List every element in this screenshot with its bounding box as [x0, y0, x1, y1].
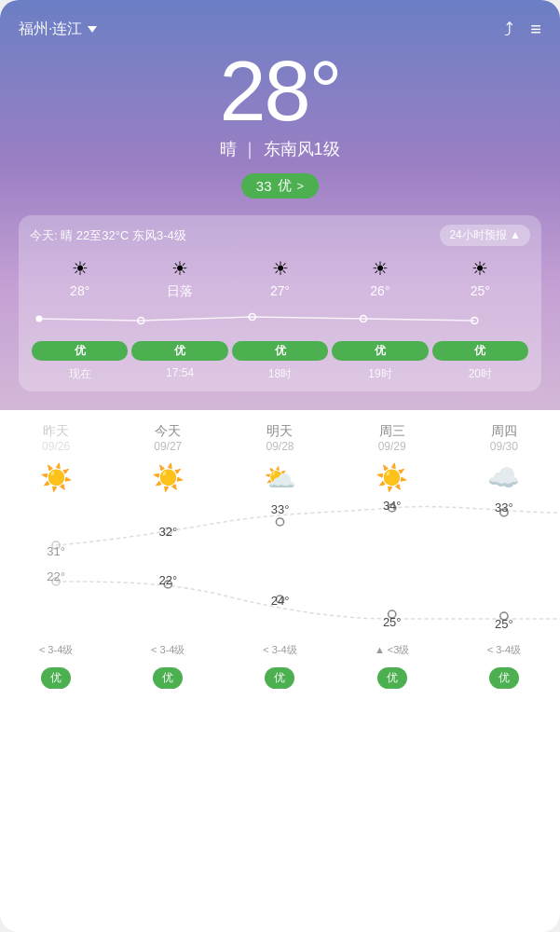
- weekly-aqi-row: 优 优 优 优 优: [0, 664, 560, 700]
- wind-1: < 3-4级: [112, 637, 224, 664]
- low-val-4: 25°: [448, 568, 560, 633]
- day-date-1: 09/27: [114, 440, 222, 453]
- high-val-3: 34°: [336, 499, 448, 564]
- hour-icon-2: ☀: [272, 257, 289, 280]
- high-temp-values: 31° 32° 33° 34° 33°: [0, 499, 560, 564]
- hour-item-4: ☀ 25°: [430, 257, 530, 298]
- hour-temp-0: 28°: [70, 283, 89, 298]
- aqi-3: 优: [336, 664, 448, 700]
- hour-temp-1: 日落: [167, 283, 193, 300]
- time-label-0: 现在: [30, 366, 130, 382]
- week-day-3: 周三 09/29: [336, 410, 448, 457]
- hour-icon-0: ☀: [72, 257, 89, 280]
- aqi-4: 优: [448, 664, 560, 700]
- hourly-curve-svg: [30, 306, 530, 334]
- day-date-0: 09/26: [2, 440, 110, 453]
- day-date-3: 09/29: [338, 440, 446, 453]
- weekly-wind-row: < 3-4级 < 3-4级 < 3-4级 ▲ <3级 < 3-4级: [0, 637, 560, 664]
- hour-item-1: ☀ 日落: [130, 257, 229, 300]
- menu-icon[interactable]: ≡: [530, 19, 541, 40]
- weekly-high-row: 31° 32° 33° 34° 33°: [0, 499, 560, 568]
- wind-2: < 3-4级: [224, 637, 335, 664]
- high-curve-cell: 31° 32° 33° 34° 33°: [0, 499, 560, 568]
- day-name-2: 明天: [225, 414, 334, 440]
- aqi-value: 33: [256, 178, 272, 194]
- aqi-2: 优: [224, 664, 335, 700]
- weekly-low-row: 22° 22° 24° 25° 25°: [0, 568, 560, 637]
- weather-description: 晴 ｜ 东南风1级: [19, 138, 541, 160]
- svg-point-0: [35, 316, 42, 322]
- low-val-0: 22°: [0, 568, 112, 633]
- weekly-days-row: 昨天 09/26 今天 09/27 明天 09/28 周三 09/29 周四: [0, 410, 560, 457]
- hourly-curve: [30, 306, 530, 334]
- aqi-dot-2: 优: [232, 341, 328, 361]
- high-val-0: 31°: [0, 499, 112, 564]
- aqi-badge-area: 33 优 >: [19, 173, 541, 199]
- low-temp-values: 22° 22° 24° 25° 25°: [0, 568, 560, 633]
- today-strip: 今天: 晴 22至32°C 东风3-4级 24小时预报 ▲ ☀ 28° ☀ 日落…: [19, 215, 541, 391]
- aqi-0: 优: [0, 664, 112, 700]
- week-icon-3: ☀️: [336, 457, 448, 499]
- share-icon[interactable]: ⤴: [504, 19, 513, 40]
- high-val-2: 33°: [224, 499, 335, 564]
- week-day-2: 明天 09/28: [224, 410, 335, 457]
- top-bar: 福州·连江 ⤴ ≡: [19, 19, 541, 40]
- high-val-1: 32°: [112, 499, 224, 564]
- hour-icon-1: ☀: [171, 257, 188, 280]
- time-label-3: 19时: [330, 366, 430, 382]
- day-date-4: 09/30: [450, 440, 558, 453]
- time-label-4: 20时: [430, 366, 530, 382]
- week-icon-0: ☀️: [0, 457, 112, 499]
- hourly-row: ☀ 28° ☀ 日落 ☀ 27° ☀ 26°: [30, 257, 530, 300]
- week-icon-2: ⛅: [224, 457, 335, 499]
- low-val-3: 25°: [336, 568, 448, 633]
- location-text: 福州·连江: [19, 20, 82, 39]
- hour-temp-4: 25°: [471, 283, 490, 298]
- aqi-dot-1: 优: [131, 341, 227, 361]
- temp-value: 28: [219, 45, 308, 138]
- day-name-4: 周四: [450, 414, 558, 440]
- week-day-0: 昨天 09/26: [0, 410, 112, 457]
- aqi-arrow-icon: >: [297, 179, 305, 193]
- aqi-dot-4: 优: [432, 341, 528, 361]
- hourly-time-row: 现在 17:54 18时 19时 20时: [30, 366, 530, 382]
- hourly-aqi-row: 优 优 优 优 优: [30, 341, 530, 361]
- hour-item-3: ☀ 26°: [330, 257, 430, 298]
- today-header: 今天: 晴 22至32°C 东风3-4级 24小时预报 ▲: [30, 225, 530, 246]
- hour-icon-3: ☀: [372, 257, 389, 280]
- aqi-label: 优: [278, 177, 292, 195]
- wind-3: ▲ <3级: [336, 637, 448, 664]
- forecast-toggle-button[interactable]: 24小时预报 ▲: [440, 225, 530, 246]
- hour-item-2: ☀ 27°: [230, 257, 330, 298]
- aqi-dot-0: 优: [32, 341, 128, 361]
- condition-text: 晴: [220, 140, 237, 158]
- day-name-0: 昨天: [2, 414, 110, 440]
- hour-temp-2: 27°: [270, 283, 290, 298]
- day-date-2: 09/28: [225, 440, 334, 453]
- time-label-1: 17:54: [130, 366, 229, 382]
- wind-4: < 3-4级: [448, 637, 560, 664]
- separator: ｜: [241, 140, 263, 158]
- wind-0: < 3-4级: [0, 637, 112, 664]
- temperature-display: 28°: [19, 49, 541, 133]
- weekly-icons-row: ☀️ ☀️ ⛅ ☀️ ☁️: [0, 457, 560, 499]
- week-icon-4: ☁️: [448, 457, 560, 499]
- day-name-1: 今天: [114, 414, 222, 440]
- time-label-2: 18时: [230, 366, 330, 382]
- week-day-4: 周四 09/30: [448, 410, 560, 457]
- weekly-section: .wk-table { width: 100%; border-collapse…: [0, 410, 560, 700]
- low-val-1: 22°: [112, 568, 224, 633]
- aqi-dot-3: 优: [332, 341, 428, 361]
- chevron-down-icon[interactable]: [88, 26, 97, 33]
- weekly-table: 昨天 09/26 今天 09/27 明天 09/28 周三 09/29 周四: [0, 410, 560, 700]
- top-icons: ⤴ ≡: [504, 19, 541, 40]
- today-summary: 今天: 晴 22至32°C 东风3-4级: [30, 227, 186, 244]
- aqi-1: 优: [112, 664, 224, 700]
- hour-temp-3: 26°: [370, 283, 389, 298]
- wind-text: 东南风1级: [264, 140, 340, 158]
- aqi-pill[interactable]: 33 优 >: [241, 173, 319, 199]
- location-area[interactable]: 福州·连江: [19, 20, 97, 39]
- day-name-3: 周三: [338, 414, 446, 440]
- hour-item-0: ☀ 28°: [30, 257, 130, 298]
- degree-symbol: °: [309, 45, 341, 138]
